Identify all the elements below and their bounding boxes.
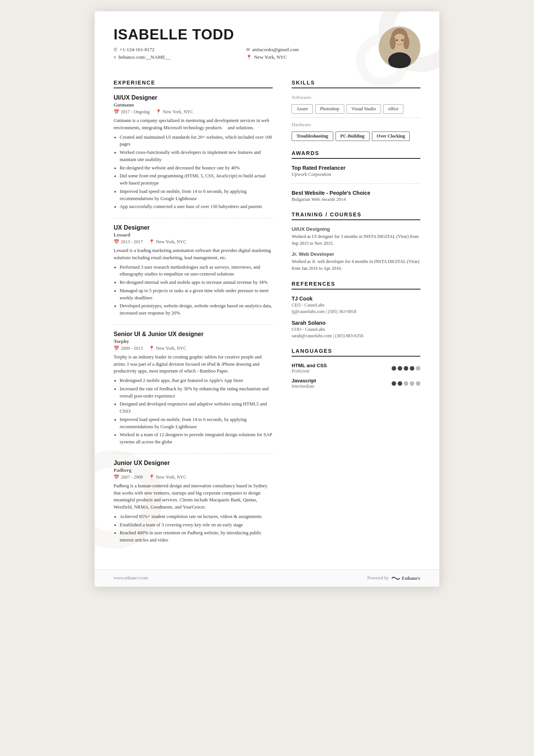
- exp-period-3: 📅 2009 - 2013: [114, 346, 143, 351]
- awards-section: AWARDS Top Rated Freelancer Upwork Corpo…: [292, 150, 420, 202]
- calendar-icon-2: 📅: [114, 239, 119, 245]
- email-contact: ✉ anitacooks@gmail.com: [246, 47, 371, 53]
- lang-name-1: HTML and CSS: [292, 363, 327, 368]
- bullet: Designed and developed responsive and ad…: [120, 401, 273, 415]
- ref-2: Sarah Solano COO - CauseLabs sarah@cause…: [292, 320, 420, 339]
- award-org-1: Upwork Corporation: [292, 172, 420, 177]
- exp-bullets-1: Created and maintained UI standards for …: [114, 134, 273, 211]
- exp-desc-4: Padberg is a human-centered design and i…: [114, 482, 273, 511]
- divider: [114, 453, 273, 454]
- exp-period-2: 📅 2013 - 2017: [114, 239, 143, 245]
- phone-icon: ✆: [114, 47, 117, 53]
- enhancv-logo: Enhancv: [391, 575, 420, 581]
- lang-info-1: HTML and CSS Proficient: [292, 363, 327, 374]
- website-value: behance.com/__NAME__: [119, 54, 170, 60]
- exp-company-1: Gutmann: [114, 102, 273, 108]
- training-title: TRAINING / COURSES: [292, 211, 420, 220]
- calendar-icon-1: 📅: [114, 109, 119, 115]
- header-contacts: ✆ +1-124-161-8172 ✉ anitacooks@gmail.com…: [114, 47, 371, 60]
- exp-meta-2: 📅 2013 - 2017 📍 New York, NYC: [114, 239, 273, 245]
- svg-point-4: [388, 52, 411, 68]
- calendar-icon-4: 📅: [114, 474, 119, 480]
- footer-url: www.enhancv.com: [114, 575, 148, 581]
- ref-role-1: CEO - CauseLabs: [292, 302, 420, 308]
- experience-section: EXPERIENCE UI/UX Designer Gutmann 📅 2017…: [114, 80, 273, 544]
- skill-visual-studio: Visual Studio: [347, 104, 381, 114]
- training-section: TRAINING / COURSES UI/UX Designing Worke…: [292, 211, 420, 272]
- exp-company-4: Padberg: [114, 467, 273, 473]
- website-contact: ⌖ behance.com/__NAME__: [114, 54, 239, 60]
- dot: [410, 366, 414, 371]
- exp-title-2: UX Designer: [114, 224, 273, 231]
- svg-point-5: [390, 36, 396, 49]
- phone-value: +1-124-161-8172: [120, 47, 155, 53]
- languages-section: LANGUAGES HTML and CSS Proficient: [292, 348, 420, 389]
- training-title-1: UI/UX Designing: [292, 226, 420, 232]
- award-2: Best Website - People's Choice Bulgarian…: [292, 190, 420, 202]
- bullet: Worked cross-functionally with developer…: [120, 149, 273, 163]
- bullet: Did some front end programming (HTML 5, …: [120, 172, 273, 187]
- bullet: Developed prototypes, website design, we…: [120, 302, 273, 317]
- lang-dots-2: [392, 381, 420, 386]
- hardware-tags: Troubleshooting PC-Building Over Clockin…: [292, 131, 420, 141]
- exp-meta-1: 📅 2017 - Ongoing 📍 New York, NYC: [114, 109, 273, 115]
- email-icon: ✉: [246, 47, 250, 53]
- skill-troubleshooting: Troubleshooting: [292, 131, 333, 141]
- dot: [398, 366, 402, 371]
- exp-location-1: 📍 New York, NYC: [156, 109, 193, 115]
- lang-name-2: Javascript: [292, 378, 316, 383]
- skill-over-clocking: Over Clocking: [372, 131, 410, 141]
- exp-desc-2: Lessard is a leading marketing automatio…: [114, 247, 273, 261]
- exp-entry-3: Senior UI & Junior UX designer Torphy 📅 …: [114, 331, 273, 446]
- location-icon: 📍: [246, 55, 252, 60]
- enhancv-icon: [391, 575, 400, 581]
- svg-rect-3: [397, 47, 402, 52]
- lang-1: HTML and CSS Proficient: [292, 363, 420, 374]
- bullet: Re-designed internal web and mobile apps…: [120, 279, 273, 286]
- skill-photoshop: Photoshop: [315, 104, 344, 114]
- exp-entry-1: UI/UX Designer Gutmann 📅 2017 - Ongoing …: [114, 94, 273, 210]
- bullet: Performed 3 user research methodologies …: [120, 264, 273, 278]
- divider: [292, 183, 420, 184]
- exp-desc-3: Torphy is an industry leader in creating…: [114, 354, 273, 375]
- link-icon: ⌖: [114, 55, 116, 60]
- location-value: New York, NYC: [254, 54, 287, 60]
- divider: [114, 218, 273, 218]
- exp-period-1: 📅 2017 - Ongoing: [114, 109, 150, 115]
- exp-bullets-2: Performed 3 user research methodologies …: [114, 264, 273, 317]
- ref-contact-1: tj@causelabs.com | (505) 363-0818: [292, 309, 420, 315]
- profile-avatar: [379, 27, 420, 68]
- award-title-1: Top Rated Freelancer: [292, 165, 420, 171]
- skill-office: office: [383, 104, 404, 114]
- bullet: Improved load speed on mobile, from 14 t…: [120, 416, 273, 430]
- skills-title: SKILLS: [292, 80, 420, 88]
- pin-icon-3: 📍: [149, 346, 155, 351]
- calendar-icon-3: 📅: [114, 346, 119, 351]
- bullet: Created and maintained UI standards for …: [120, 134, 273, 148]
- lang-level-1: Proficient: [292, 368, 327, 374]
- bullet: Increased the rate of feedback by 30% by…: [120, 385, 273, 400]
- candidate-name: ISABELLE TODD: [114, 27, 371, 43]
- exp-period-4: 📅 2007 - 2009: [114, 474, 143, 480]
- exp-bullets-3: Redesigned 2 mobile apps, that got featu…: [114, 377, 273, 446]
- bullet: Re-designed the website and decreased th…: [120, 164, 273, 172]
- bullet: Redesigned 2 mobile apps, that got featu…: [120, 377, 273, 384]
- lang-dots-1: [392, 366, 420, 371]
- exp-entry-4: Junior UX Designer Padberg 📅 2007 - 2009…: [114, 460, 273, 544]
- bullet: Managed up to 5 projects or tasks at a g…: [120, 287, 273, 302]
- references-section: REFERENCES TJ Cook CEO - CauseLabs tj@ca…: [292, 281, 420, 339]
- ref-name-2: Sarah Solano: [292, 320, 420, 326]
- exp-entry-2: UX Designer Lessard 📅 2013 - 2017 📍 New …: [114, 224, 273, 317]
- exp-location-2: 📍 New York, NYC: [149, 239, 186, 245]
- pin-icon-2: 📍: [149, 239, 155, 245]
- exp-meta-4: 📅 2007 - 2009 📍 New York, NYC: [114, 474, 273, 480]
- bullet: Reached 400% in user retention on Padber…: [120, 529, 273, 544]
- dot: [392, 366, 396, 371]
- profile-photo: [379, 27, 420, 68]
- exp-company-3: Torphy: [114, 338, 273, 344]
- exp-location-4: 📍 New York, NYC: [149, 474, 186, 480]
- bullet: Achieved 85%+ student completion rate on…: [120, 513, 273, 520]
- award-org-2: Bulgarian Web Awards 2014: [292, 197, 420, 202]
- exp-desc-1: Gutmann is a company specialized in ment…: [114, 117, 273, 131]
- hardware-label: Hardware: [292, 122, 420, 128]
